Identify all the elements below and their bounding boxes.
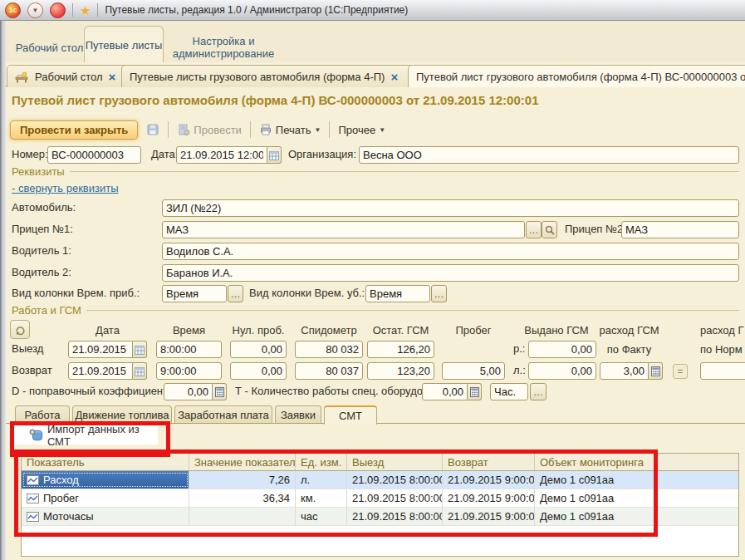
equals-button[interactable]: = <box>673 364 688 379</box>
page-title: Путевой лист грузового автомобиля (форма… <box>12 93 738 107</box>
favorites-star-icon[interactable]: ★ <box>80 4 91 17</box>
close-icon[interactable]: × <box>109 71 116 83</box>
print-button[interactable]: Печать ▼ <box>257 121 324 138</box>
time-unit-input[interactable] <box>490 383 528 400</box>
grid-header-fuel-rest: Остат. ГСМ <box>367 324 434 336</box>
calculator-button[interactable] <box>468 383 482 400</box>
section-tab-bar: Рабочий стол Путевые листы Настройка и а… <box>6 21 745 62</box>
column-header-unit[interactable]: Ед. изм. <box>296 454 347 470</box>
departure-column-select-button[interactable]: … <box>431 285 447 302</box>
consumption-fact-group <box>600 362 663 380</box>
driver1-input[interactable] <box>162 243 739 260</box>
return-time-input[interactable] <box>156 362 222 380</box>
special-equipment-input[interactable] <box>422 383 468 400</box>
app-logo-icon[interactable]: 1с <box>5 2 21 18</box>
column-header-value[interactable]: Значение показателя <box>189 454 296 470</box>
column-header-monitoring-object[interactable]: Объект мониторинга <box>535 454 738 470</box>
refresh-icon <box>14 324 26 336</box>
tab-fuel-flow[interactable]: Движение топлива <box>72 405 172 423</box>
date-field-group <box>176 146 282 164</box>
special-equipment-group <box>422 383 482 400</box>
grid-header-consumption: расход ГСМ <box>590 324 669 336</box>
return-mileage-input[interactable] <box>442 362 505 380</box>
departure-time-input[interactable] <box>156 341 222 358</box>
departure-column-input[interactable] <box>365 285 430 302</box>
consumption-norm-input[interactable] <box>700 362 745 380</box>
table-row[interactable]: Расход 7,26 л. 21.09.2015 8:00:00 21.09.… <box>22 471 738 489</box>
desktop-icon <box>15 71 29 83</box>
table-row[interactable]: Моточасы час 21.09.2015 8:00:00 21.09.20… <box>22 508 738 526</box>
fuel-group-header: Работа и ГСМ <box>12 304 739 317</box>
departure-odometer-input[interactable] <box>295 341 363 358</box>
calendar-button[interactable] <box>133 362 147 380</box>
vehicle-input[interactable] <box>162 199 739 217</box>
column-header-return[interactable]: Возврат <box>443 454 535 470</box>
trailer1-search-button[interactable] <box>542 221 557 238</box>
post-button[interactable]: Провести <box>174 121 244 138</box>
number-input[interactable] <box>47 146 141 164</box>
tab-work[interactable]: Работа <box>15 405 70 423</box>
return-date-input[interactable] <box>68 362 133 380</box>
tab-requests[interactable]: Заявки <box>275 405 321 423</box>
app-window: 1с ▼ ★ Путевые листы, редакция 1.0 / Адм… <box>0 0 745 560</box>
chart-icon <box>27 512 39 522</box>
doc-tab-desktop[interactable]: Рабочий стол × <box>7 65 134 87</box>
departure-fuel-rest-input[interactable] <box>367 341 434 358</box>
requisites-group-header: Реквизиты <box>12 165 739 178</box>
status-circle-button[interactable] <box>50 2 66 18</box>
save-button[interactable] <box>144 121 162 138</box>
post-and-close-button[interactable]: Провести и закрыть <box>10 120 138 140</box>
more-button[interactable]: Прочее ▼ <box>336 122 388 138</box>
doc-tab-waybill-list[interactable]: Путевые листы грузового автомобиля (форм… <box>121 65 419 87</box>
departure-column-label: Вид колонки Врем. уб.: <box>249 285 365 302</box>
calculator-icon <box>470 387 479 397</box>
tab-smt[interactable]: СМТ <box>324 405 377 425</box>
tab-waybills[interactable]: Путевые листы <box>84 26 164 63</box>
doc-tab-waybill-document[interactable]: Путевой лист грузового автомобиля (форма… <box>408 65 745 87</box>
arrival-column-input[interactable] <box>162 285 227 302</box>
date-input[interactable] <box>176 146 267 164</box>
column-header-departure[interactable]: Выезд <box>347 454 443 470</box>
departure-zero-run-input[interactable] <box>230 341 287 358</box>
driver1-label: Водитель 1: <box>12 243 71 259</box>
calendar-button[interactable] <box>133 341 147 358</box>
calendar-button[interactable] <box>267 146 282 164</box>
titlebar-divider <box>72 3 73 17</box>
issued-prefix-rub: р.: <box>513 341 525 357</box>
consumption-fact-caption: по Факту <box>590 341 669 358</box>
time-unit-select-button[interactable]: … <box>530 383 546 400</box>
trailer2-input[interactable] <box>621 221 739 238</box>
trailer1-select-button[interactable]: … <box>526 221 542 238</box>
correction-coefficient-label: D - поправочный коэффициент, %: <box>12 383 185 400</box>
smt-table: Показатель Значение показателя Ед. изм. … <box>21 453 739 557</box>
departure-issued-input[interactable] <box>528 341 596 358</box>
import-smt-button[interactable]: Импорт данных из СМТ <box>14 425 158 445</box>
tab-settings-admin[interactable]: Настройка и администрирование <box>165 33 282 61</box>
table-row[interactable]: Пробег 36,34 км. 21.09.2015 8:00:00 21.0… <box>22 489 738 508</box>
return-odometer-input[interactable] <box>295 362 363 380</box>
trailer1-label: Прицеп №1: <box>12 221 73 238</box>
return-issued-input[interactable] <box>528 362 596 380</box>
collapse-requisites-link[interactable]: - свернуть реквизиты <box>12 182 119 194</box>
calculator-button[interactable] <box>649 362 663 380</box>
chevron-down-icon: ▼ <box>314 126 321 134</box>
refresh-button[interactable] <box>10 320 30 339</box>
calculator-button[interactable] <box>213 383 227 400</box>
tab-salary[interactable]: Заработная плата <box>174 405 272 423</box>
tab-desktop[interactable]: Рабочий стол <box>15 33 84 61</box>
consumption-fact-input[interactable] <box>600 362 649 380</box>
close-icon[interactable]: × <box>390 71 398 83</box>
return-zero-run-input[interactable] <box>230 362 287 380</box>
windows-menu-button[interactable]: ▼ <box>27 2 43 18</box>
driver2-input[interactable] <box>162 264 739 282</box>
departure-date-input[interactable] <box>68 341 133 358</box>
correction-coefficient-input[interactable] <box>164 383 213 400</box>
column-header-indicator[interactable]: Показатель <box>22 454 189 470</box>
toolbar: Провести и закрыть Провести Печать ▼ Про… <box>10 119 388 140</box>
return-fuel-rest-input[interactable] <box>367 362 434 380</box>
arrival-column-select-button[interactable]: … <box>228 285 243 302</box>
save-icon <box>146 123 159 136</box>
organization-input[interactable] <box>359 146 739 164</box>
calendar-icon <box>135 366 145 376</box>
trailer1-input[interactable] <box>162 221 525 238</box>
